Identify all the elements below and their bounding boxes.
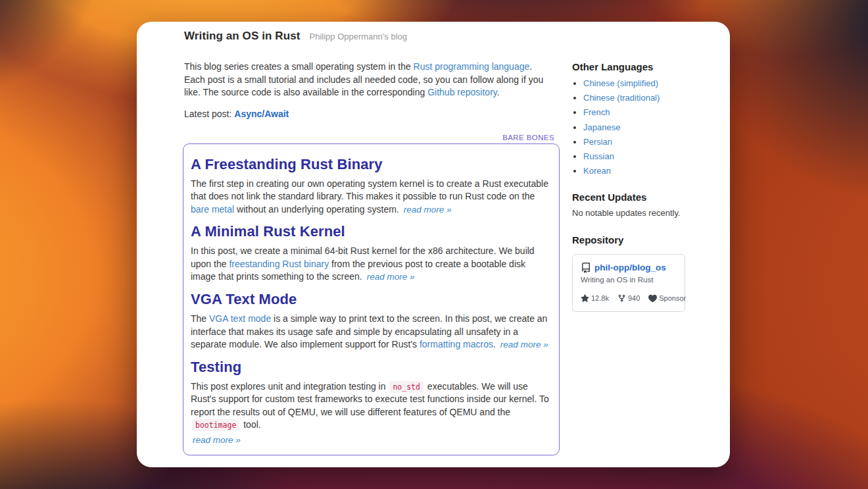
recent-updates-section: Recent Updates No notable updates recent… [572,192,685,218]
read-more-link[interactable]: read more » [193,435,241,445]
bare-metal-link[interactable]: bare metal [191,204,234,215]
read-more-link[interactable]: read more » [367,272,415,282]
repo-stats-row: 12.8k 940 Sponsor [581,294,677,303]
post-title[interactable]: VGA Text Mode [191,291,549,308]
post-title[interactable]: Testing [191,359,549,376]
post-summary: This post explores unit and integration … [191,380,549,432]
repository-heading: Repository [572,234,685,245]
formatting-macros-link[interactable]: formatting macros [420,339,493,349]
posts-box: A Freestanding Rust Binary The first ste… [183,143,560,455]
language-item: Chinese (traditional) [583,92,685,104]
section-label-bare-bones: BARE BONES [183,134,560,142]
repo-icon [581,263,591,273]
other-languages-section: Other Languages Chinese (simplified) Chi… [572,61,685,177]
forks-count: 940 [628,294,640,302]
recent-updates-heading: Recent Updates [572,192,685,203]
language-link-russian[interactable]: Russian [583,151,614,161]
post-title[interactable]: A Freestanding Rust Binary [191,156,549,173]
vga-text-mode-link[interactable]: VGA text mode [209,313,271,324]
post-minimal-rust-kernel: A Minimal Rust Kernel In this post, we c… [191,223,549,284]
stars-count: 12.8k [591,294,609,302]
language-item: Korean [583,165,685,177]
github-repo-card: phil-opp/blog_os Writing an OS in Rust 1… [572,254,685,312]
language-link-chinese-traditional[interactable]: Chinese (traditional) [583,93,660,103]
bootimage-code: bootimage [192,419,239,431]
language-link-french[interactable]: French [583,107,610,117]
latest-post-line: Latest post: Async/Await [183,109,560,119]
language-item: Russian [583,151,685,163]
post-summary: The VGA text mode is a simple way to pri… [191,313,549,351]
post-freestanding-rust-binary: A Freestanding Rust Binary The first ste… [191,156,549,217]
language-link-japanese[interactable]: Japanese [583,122,620,132]
sponsor-stat[interactable]: Sponsor [648,294,686,303]
site-subtitle: Philipp Oppermann's blog [310,32,407,41]
language-item: Chinese (simplified) [583,78,685,90]
language-item: French [583,107,685,118]
sidebar: Other Languages Chinese (simplified) Chi… [572,30,685,455]
sponsor-label: Sponsor [659,294,686,302]
site-title[interactable]: Writing an OS in Rust [184,30,301,42]
stars-stat[interactable]: 12.8k [581,294,609,303]
language-item: Persian [583,136,685,148]
main-content: Writing an OS in RustPhilipp Oppermann's… [183,30,560,455]
language-item: Japanese [583,122,685,134]
post-summary: In this post, we create a minimal 64-bit… [191,245,549,284]
intro-text: . [497,87,500,97]
star-icon [581,294,589,303]
repository-section: Repository phil-opp/blog_os Writing an O… [572,234,685,312]
intro-paragraph: This blog series creates a small operati… [183,61,554,99]
other-languages-heading: Other Languages [572,61,685,72]
repo-name-link[interactable]: phil-opp/blog_os [594,263,666,272]
language-link-chinese-simplified[interactable]: Chinese (simplified) [583,78,658,88]
no-std-code: no_std [389,381,423,393]
github-repository-link[interactable]: Github repository [427,87,497,97]
recent-updates-text: No notable updates recently. [572,208,685,218]
repo-description: Writing an OS in Rust [581,276,677,284]
forks-stat[interactable]: 940 [617,294,640,303]
language-link-persian[interactable]: Persian [583,137,612,147]
read-more-link[interactable]: read more » [500,340,548,349]
post-summary: The first step in creating our own opera… [191,178,549,217]
freestanding-binary-link[interactable]: freestanding Rust binary [229,259,329,269]
latest-post-link[interactable]: Async/Await [234,109,289,119]
language-list: Chinese (simplified) Chinese (traditiona… [572,78,685,177]
site-header: Writing an OS in RustPhilipp Oppermann's… [183,30,560,43]
post-vga-text-mode: VGA Text Mode The VGA text mode is a sim… [191,291,549,351]
post-testing: Testing This post explores unit and inte… [191,359,549,446]
fork-icon [617,294,626,303]
heart-icon [648,294,657,303]
read-more-link[interactable]: read more » [404,205,452,215]
post-title[interactable]: A Minimal Rust Kernel [191,223,549,240]
rust-language-link[interactable]: Rust programming language [414,61,530,72]
intro-text: This blog series creates a small operati… [184,61,414,72]
browser-page-card: Writing an OS in RustPhilipp Oppermann's… [137,22,730,467]
language-link-korean[interactable]: Korean [583,166,611,176]
latest-post-label: Latest post: [184,109,234,119]
